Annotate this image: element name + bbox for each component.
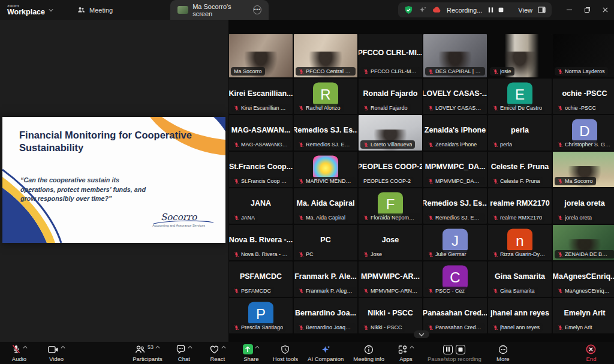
participant-tile[interactable]: Norma Layderos — [553, 34, 614, 77]
participant-tile[interactable]: JANAJANA — [229, 188, 293, 224]
participant-tile[interactable]: perlaperla — [488, 115, 552, 151]
shared-screen-panel[interactable]: Financial Monitoring for Cooperative Sus… — [0, 20, 228, 342]
participant-tile[interactable]: PPrescila Santiago — [229, 298, 293, 333]
participant-tile[interactable]: ochie -PSCCochie -PSCC — [553, 79, 614, 114]
participant-tile[interactable]: MPMVMPC_DA...MPMVMPC_DARWIN ... — [423, 152, 487, 187]
participant-tile[interactable]: Ma Socorro — [553, 152, 614, 187]
participant-name-pill: PSCC - Cez — [425, 287, 468, 295]
stop-recording-button[interactable] — [456, 345, 465, 354]
pause-recording-button[interactable] — [443, 345, 453, 354]
audio-button[interactable]: Audio — [7, 344, 31, 362]
participant-name-label: Ma. Aida Capiral — [306, 215, 345, 221]
stop-recording-icon[interactable] — [498, 7, 504, 13]
view-button-label[interactable]: View — [518, 7, 532, 14]
chat-button[interactable]: Chat — [172, 344, 196, 362]
participant-tile[interactable]: PFCCO Central Luzon — [294, 34, 357, 77]
zoom-workplace-logo[interactable]: zoom Workplace — [0, 0, 57, 20]
chevron-up-icon[interactable] — [155, 345, 160, 349]
participant-tile[interactable]: Franmark P. Ale...Franmark P. Alegad - .… — [294, 261, 357, 297]
participant-tile[interactable]: DChristopher S. Gadapan — [553, 115, 614, 151]
muted-mic-icon — [428, 252, 434, 257]
participant-tile[interactable]: PEOPLES COOP-2PEOPLES COOP-2 — [359, 152, 422, 187]
record-controls[interactable]: Pause/stop recording — [428, 344, 481, 362]
chevron-up-icon[interactable] — [188, 345, 192, 349]
participant-tile[interactable]: JJulie Germar — [423, 225, 487, 260]
view-layout-icon[interactable] — [538, 6, 546, 14]
participant-tile[interactable]: MARIVIC MENDOZA — [294, 152, 357, 187]
participant-tile[interactable]: MPMVMPC-AR...MPMVMPC-ARNEL TO... — [359, 261, 422, 297]
close-button[interactable] — [596, 0, 614, 20]
participant-tile[interactable]: PCPC — [294, 225, 357, 260]
participant-tile[interactable]: jorela oretajorela oreta — [553, 188, 614, 224]
muted-mic-icon — [363, 288, 369, 294]
participant-tile[interactable]: Emelyn AritEmelyn Arit — [553, 298, 614, 333]
participant-tile[interactable]: EEmicel De Castro — [488, 79, 552, 114]
react-button[interactable]: React — [206, 344, 230, 362]
participant-tile[interactable]: Panasahan Cred...Panasahan Credit-Rissa — [423, 298, 487, 333]
participant-tile[interactable]: Loreto Villanueva — [359, 115, 422, 151]
pause-recording-icon[interactable] — [487, 7, 494, 13]
participant-name-pill: Ma. Aida Capiral — [296, 213, 348, 222]
participant-tile[interactable]: Gina SamaritaGina Samarita — [488, 261, 552, 297]
avatar-letter: P — [256, 306, 266, 323]
chevron-up-icon[interactable] — [255, 345, 260, 349]
sparkle-icon — [419, 6, 427, 14]
participant-tile[interactable]: PSFAMCDCPSFAMCDC — [229, 261, 293, 297]
chevron-down-icon — [419, 333, 425, 336]
participant-name-label: Franmark P. Alegad - ... — [306, 288, 353, 294]
participant-tile[interactable]: Nova B. Rivera -...Nova B. Rivera - DYNA… — [229, 225, 293, 260]
participants-button[interactable]: 53 Participants — [133, 344, 162, 362]
participant-tile[interactable]: LOVELY CASAS-...LOVELY CASAS-M.SAP... — [423, 79, 487, 114]
participant-tile[interactable]: Ma Socorro — [229, 34, 293, 77]
participant-tile[interactable]: JoseJose — [359, 225, 422, 260]
tab-meeting-label: Meeting — [89, 7, 113, 14]
participant-name-pill: JANA — [231, 213, 258, 222]
participant-tile[interactable]: jhanel ann reyesjhanel ann reyes — [488, 298, 552, 333]
maximize-button[interactable] — [578, 0, 596, 20]
participant-tile[interactable]: FFloraida Nepomuceno — [359, 188, 422, 224]
muted-mic-icon — [299, 106, 304, 111]
participant-tile[interactable]: Zenaida's iPhoneZenaida's iPhone — [423, 115, 487, 151]
host-tools-button[interactable]: Host tools — [273, 344, 298, 362]
muted-mic-icon — [299, 142, 304, 148]
tab-shared-screen[interactable]: Ma Socorro's screen ••• — [170, 0, 269, 20]
participant-tile[interactable]: Remedios SJ. Es...Remedios SJ. Espiritu — [423, 188, 487, 224]
participant-tile[interactable]: DES CAPIRAL | SunLife... — [423, 34, 487, 77]
video-button[interactable]: Video — [44, 344, 68, 362]
top-bar: zoom Workplace Meeting Ma Socorro's scre… — [0, 0, 614, 20]
collapse-gallery-button[interactable] — [414, 330, 429, 338]
participant-tile[interactable]: MaAgnesCEnriq...MaAgnesCEnriquez — [553, 261, 614, 297]
chevron-up-icon[interactable] — [23, 345, 28, 349]
chevron-up-icon[interactable] — [61, 345, 65, 349]
participant-tile[interactable]: CPSCC - Cez — [423, 261, 487, 297]
participant-tile[interactable]: Nikki - PSCCNikki - PSCC — [359, 298, 422, 333]
chevron-up-icon[interactable] — [221, 345, 226, 349]
participant-tile[interactable]: Remedios SJ. Es...Remedios SJ. Espiritu — [294, 115, 357, 151]
participant-tile[interactable]: josie — [488, 34, 552, 77]
participant-tile[interactable]: Ronald FajardoRonald Fajardo — [359, 79, 422, 114]
minimize-button[interactable] — [560, 0, 578, 20]
participant-tile[interactable]: PFCCO CLRL-MI...PFCCO CLRL-MICHY — [359, 34, 422, 77]
participant-tile[interactable]: Bernardino Joa...Bernardino Joaquin — [294, 298, 357, 333]
participant-tile[interactable]: RRachel Alonzo — [294, 79, 357, 114]
participant-tile[interactable]: Celeste F. PrunaCeleste F. Pruna — [488, 152, 552, 187]
tab-options-icon[interactable]: ••• — [253, 5, 261, 14]
apps-button[interactable]: Apps — [394, 344, 418, 362]
more-button[interactable]: More — [491, 344, 515, 362]
chevron-up-icon[interactable] — [410, 345, 414, 349]
share-screen-icon — [243, 344, 253, 354]
tab-meeting[interactable]: Meeting — [77, 0, 113, 20]
participant-tile[interactable]: realme RMX2170realme RMX2170 — [488, 188, 552, 224]
more-label: More — [496, 356, 510, 362]
participant-tile[interactable]: St.Francis Coop...St.Francis Coop Meyca.… — [229, 152, 293, 187]
participant-tile[interactable]: Kirei Escanillian...Kirei Escanillian Ar… — [229, 79, 293, 114]
ai-companion-button[interactable]: AI Companion — [308, 344, 344, 362]
share-button[interactable]: Share — [239, 344, 263, 362]
participant-tile[interactable]: MAG-ASAWAN...MAG-ASAWANG SAPA... — [229, 115, 293, 151]
participant-tile[interactable]: nRizza Guarin-Dynamic ... — [488, 225, 552, 260]
participant-tile[interactable]: Ma. Aida CapiralMa. Aida Capiral — [294, 188, 357, 224]
meeting-info-button[interactable]: Meeting info — [353, 344, 384, 362]
end-button[interactable]: End — [579, 344, 603, 362]
participant-tile[interactable]: ZENAIDA DE BORJA — [553, 225, 614, 260]
participant-name-label: MPMVMPC_DARWIN ... — [435, 178, 482, 184]
